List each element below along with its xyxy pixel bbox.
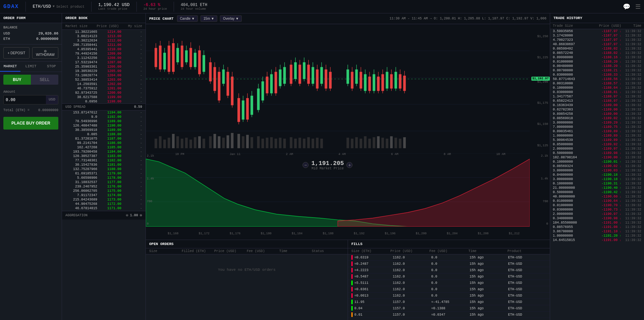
th-trade-time: 11:39:32: [621, 29, 641, 33]
oo-col-size: Size: [149, 249, 182, 253]
bid-row[interactable]: 77.731483611182.00-: [62, 158, 145, 163]
amount-input[interactable]: [4, 95, 46, 104]
sell-button[interactable]: SELL: [31, 75, 58, 85]
ask-row[interactable]: 52.388534141203.00-: [62, 78, 145, 82]
th-trade-size: 1.00000000: [553, 134, 598, 138]
bid-row[interactable]: 120.305273871183.00-: [62, 154, 145, 158]
fill-fee: 0.0: [431, 256, 470, 259]
ask-row[interactable]: 3.302126341212.00-: [62, 38, 145, 43]
fill-price: 1157.0: [393, 313, 431, 317]
th-trade-price: -1188.21 ↓: [598, 69, 621, 72]
fill-price: 1162.0: [393, 288, 431, 291]
ask-row[interactable]: 73.108207741204.00-: [62, 73, 145, 78]
ask-row[interactable]: 46.73759121201.00-: [62, 86, 145, 91]
th-trade-time: 11:39:32: [621, 238, 641, 242]
th-trade-size: 50.87714643: [553, 77, 598, 81]
place-order-button[interactable]: PLACE BUY ORDER: [3, 117, 58, 130]
bid-row[interactable]: 30.154278361181.00-: [62, 163, 145, 167]
tab-market[interactable]: MARKET: [0, 62, 20, 72]
svg-rect-157: [382, 138, 384, 148]
bid-row[interactable]: 215.042436891173.00-: [62, 197, 145, 202]
bid-row[interactable]: 239.24679521176.00-: [62, 184, 145, 189]
fill-indicator: [351, 255, 353, 260]
bid-row[interactable]: 31.188325371177.00-: [62, 180, 145, 184]
ask-row[interactable]: 14.25035911202.00-: [62, 82, 145, 86]
agg-increase-button[interactable]: ⊕: [140, 213, 142, 218]
deposit-button[interactable]: + DEPOSIT: [3, 47, 30, 59]
ask-row[interactable]: 19.305302291205.00-: [62, 69, 145, 73]
bid-row[interactable]: 162.4272681185.00-: [62, 145, 145, 150]
trade-history-row: 1.34177587 -1188.97 ↓ 11:39:32: [550, 94, 644, 99]
chart-overlay-dropdown[interactable]: Overlay ▼: [220, 15, 242, 22]
bid-row[interactable]: 81.372010751187.00-: [62, 137, 145, 141]
bid-row[interactable]: 102.307136021170.00-: [62, 211, 145, 211]
fills-row: 0.04 1157.0 ≈0.1388 15h ago ETH-USD: [348, 305, 550, 312]
th-trade-time: 11:39:32: [621, 234, 641, 238]
fill-size: ≈0.6319: [354, 256, 393, 259]
th-col-time: Time: [621, 24, 641, 28]
fills-col-size: Size (ETH): [351, 249, 390, 253]
bid-row[interactable]: 78.549369961189.00-: [62, 119, 145, 124]
ask-row[interactable]: 79.449241561209.00-: [62, 52, 145, 56]
ask-row[interactable]: 11.302216651214.00-: [62, 30, 145, 34]
bid-row[interactable]: 61.691853711179.00-: [62, 171, 145, 176]
ask-row[interactable]: 4.853954411210.00-: [62, 47, 145, 52]
buy-button[interactable]: BUY: [3, 75, 31, 85]
depth-y-1400: 1.4k: [147, 177, 157, 180]
fill-price: 1157.0: [393, 307, 431, 310]
svg-rect-149: [347, 138, 349, 148]
tab-limit[interactable]: LIMIT: [20, 62, 41, 72]
ask-row[interactable]: 3.082141231213.00-: [62, 34, 145, 38]
bid-row[interactable]: 0.0851188.00-: [62, 132, 145, 137]
bid-row[interactable]: 9.01192.00-: [62, 115, 145, 119]
tab-stop[interactable]: STOP: [41, 62, 62, 72]
fill-price: 1162.0: [393, 256, 431, 259]
bid-row[interactable]: 30.385699181189.00-: [62, 128, 145, 132]
svg-rect-127: [222, 138, 225, 148]
bid-row[interactable]: 153.871476121194.00-: [62, 110, 145, 115]
bid-row[interactable]: 46.678148151171.00-: [62, 206, 145, 211]
fill-size: ≈0.2487: [354, 262, 393, 266]
th-trade-price: -1189.92 ↓: [598, 143, 621, 146]
svg-rect-136: [266, 138, 269, 148]
ask-row[interactable]: 38.62175881199.00-: [62, 95, 145, 99]
chart-type-dropdown[interactable]: Candle ▼: [177, 15, 198, 22]
aggregation-label: AGGREGATION: [65, 214, 87, 217]
bid-row[interactable]: 132.752879661180.00-: [62, 167, 145, 171]
chat-icon[interactable]: 💬: [623, 3, 630, 10]
bid-row[interactable]: 7.911723471174.00-: [62, 193, 145, 197]
bid-row[interactable]: 256.060627051175.00-: [62, 189, 145, 193]
mid-price-value: 1,191.205: [311, 160, 344, 167]
bid-row[interactable]: 44.904752681172.00-: [62, 202, 145, 206]
ask-row[interactable]: 290.713584411211.00-: [62, 43, 145, 47]
th-trade-size: 40.00000000: [553, 195, 598, 198]
amount-input-container: USD: [3, 95, 58, 104]
bid-row[interactable]: 5.665989061178.00-: [62, 176, 145, 180]
zoom-in-button[interactable]: +: [347, 162, 353, 168]
trade-history-row: 40.00000000 -1190.60 ↓ 11:39:32: [550, 194, 644, 199]
bid-row[interactable]: 99.21417041186.00-: [62, 141, 145, 145]
zoom-out-button[interactable]: −: [303, 162, 309, 168]
ask-row[interactable]: 92.973437251200.00-: [62, 91, 145, 95]
pair-selector[interactable]: ETH/USD ▼ Select product: [33, 4, 84, 9]
bid-row[interactable]: 193.792004581184.00-: [62, 150, 145, 154]
depth-x-1188: $1,188: [323, 232, 334, 235]
svg-rect-144: [303, 139, 305, 148]
ask-row[interactable]: 3.112422561208.00-: [62, 56, 145, 60]
withdraw-button[interactable]: ⊖ WITHDRAW: [32, 47, 58, 59]
ask-row[interactable]: 17.532194741207.00-: [62, 60, 145, 65]
bid-row[interactable]: 126.408474881190.00-: [62, 124, 145, 128]
chart-timeframe-dropdown[interactable]: 15m ▼: [200, 15, 217, 22]
svg-rect-134: [257, 136, 260, 148]
th-trade-size: 0.00700000: [553, 69, 598, 72]
th-trade-price: -1187.97 ↓: [598, 29, 621, 33]
agg-decrease-button[interactable]: ⊖: [126, 213, 128, 218]
th-trade-time: 11:39:32: [621, 212, 641, 216]
oo-col-time: Time: [279, 249, 312, 253]
th-trade-time: 11:39:32: [621, 77, 641, 81]
ask-row[interactable]: 25.359033611206.00-: [62, 65, 145, 69]
trade-history-row: 0.01000000 -1188.20 ↓ 11:39:32: [550, 60, 644, 64]
svg-rect-142: [294, 139, 297, 148]
menu-icon[interactable]: ☰: [635, 3, 641, 10]
ask-row[interactable]: 0.69561198.00-: [62, 99, 145, 103]
